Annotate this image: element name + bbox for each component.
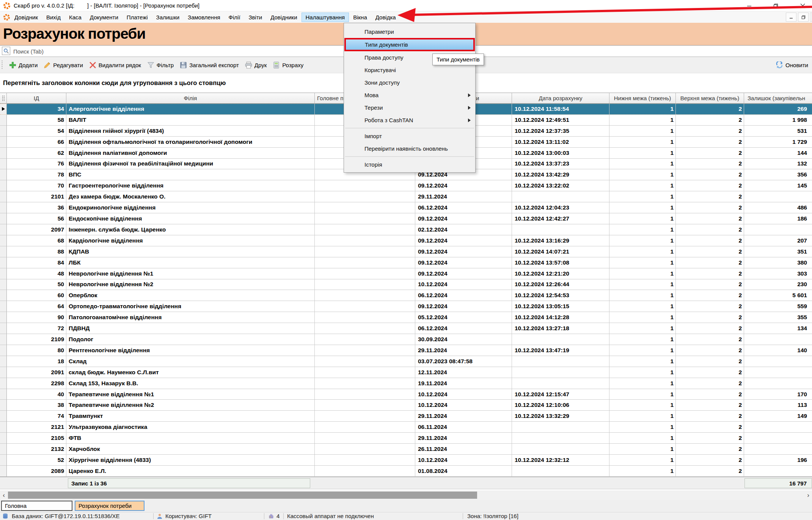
table-row[interactable]: 52Хірургічне відділення (4833)10.12.2024… <box>0 455 812 466</box>
menubar-item[interactable]: Довідка <box>371 13 400 22</box>
scroll-right-icon[interactable]: › <box>804 490 812 500</box>
cell <box>0 312 7 323</box>
cell: 2298 <box>7 378 66 389</box>
tab-rozrakhunok-potreby[interactable]: Розрахунок потреби <box>75 501 144 511</box>
menu-item[interactable]: Робота з CashTAN <box>344 114 475 126</box>
cell <box>315 224 415 235</box>
menubar-item[interactable]: Довідник <box>10 13 42 22</box>
cell: 2 <box>676 323 744 334</box>
table-row[interactable]: 2091склад бюдж. Науменко С.Л.вит12.11.20… <box>0 367 812 378</box>
column-header[interactable]: Дата розрахунку <box>512 93 609 104</box>
cell: 10.12.2024 12:10:06 <box>512 400 609 411</box>
column-header[interactable]: Філія <box>66 93 315 104</box>
table-row[interactable]: 38Терапевтичне віділлення №210.12.202410… <box>0 400 812 411</box>
scroll-left-icon[interactable]: ‹ <box>0 490 8 500</box>
cell: 1 <box>609 356 676 367</box>
table-row[interactable]: 80Рентгенологічне відділення29.11.202410… <box>0 345 812 356</box>
toolbar-grip-handle[interactable] <box>1 60 3 70</box>
table-row[interactable]: 60Оперблок06.12.202410.12.2024 12:54:531… <box>0 290 812 301</box>
delete-row-button[interactable]: Видалити рядок <box>89 61 141 69</box>
menu-item[interactable]: Параметри <box>344 25 475 38</box>
export-button[interactable]: Загальний експорт <box>180 61 239 69</box>
table-row[interactable]: 70Гастроентерологічне відділення09.12.20… <box>0 180 812 191</box>
cell: Хірургічне відділення (4833) <box>66 455 315 466</box>
refresh-button[interactable]: Оновити <box>776 61 808 69</box>
menubar-item[interactable]: Замовлення <box>184 13 224 22</box>
table-row[interactable]: 90Патологоанатомічне відділення05.12.202… <box>0 312 812 323</box>
edit-button[interactable]: Редагувати <box>44 61 83 69</box>
mdi-restore-button[interactable] <box>798 13 809 22</box>
menubar-item[interactable]: Вікна <box>349 13 371 22</box>
cell: 10.12.2024 13:05:15 <box>512 301 609 312</box>
menubar-item[interactable]: Налаштування <box>302 13 349 22</box>
cell <box>0 148 7 159</box>
menu-item[interactable]: Зони доступу <box>344 76 475 89</box>
table-row[interactable]: 2097Інженерн. служба бюдж. Царенко02.12.… <box>0 224 812 235</box>
menubar-item[interactable]: Платежі <box>123 13 152 22</box>
cell: Рентгенологічне відділення <box>66 345 315 356</box>
horizontal-scrollbar[interactable]: ‹ › <box>0 490 812 500</box>
menubar-item[interactable]: Філії <box>225 13 245 22</box>
table-row[interactable]: 36Ендокринологічне відділення06.12.20241… <box>0 202 812 213</box>
menu-item[interactable]: Перевірити наявність оновлень <box>344 142 475 155</box>
menubar-item[interactable]: Документи <box>86 13 123 22</box>
menu-item[interactable]: Терези <box>344 101 475 114</box>
table-row[interactable]: 2105ФТВ29.11.202412 <box>0 433 812 444</box>
add-button[interactable]: Додати <box>9 61 38 69</box>
menubar-item[interactable]: Вихід <box>42 13 65 22</box>
tab-holovna[interactable]: Головна <box>1 501 72 511</box>
cell: 1 <box>609 422 676 433</box>
calculate-button[interactable]: Розраху <box>273 61 303 69</box>
scrollbar-thumb[interactable] <box>8 492 477 499</box>
table-row[interactable]: 68Кардіологічне відділення09.12.202410.1… <box>0 235 812 246</box>
table-row[interactable]: 2109Подолог30.09.202412 <box>0 334 812 345</box>
filter-button[interactable]: Фільтр <box>147 61 174 69</box>
table-row[interactable]: 48Неврологічне відділення №109.12.202410… <box>0 268 812 279</box>
menu-item[interactable]: Імпорт <box>344 130 475 142</box>
table-row[interactable]: 64Ортопедо-травматологічне відділення09.… <box>0 301 812 312</box>
table-row[interactable]: 50Неврологічне відділення №210.12.202410… <box>0 279 812 290</box>
menu-item[interactable]: Типи документів <box>344 38 475 51</box>
table-row[interactable]: 2101Дез камера бюдж. Москаленко О.29.11.… <box>0 191 812 202</box>
table-row[interactable]: 88КДПАВ09.12.202410.12.2024 14:07:211235… <box>0 246 812 257</box>
table-row[interactable]: 56Ендоскопічне відділення09.12.202410.12… <box>0 213 812 224</box>
table-row[interactable]: 74Травмпункт29.11.202410.12.2024 13:32:2… <box>0 411 812 422</box>
restore-button[interactable] <box>766 0 785 11</box>
column-header[interactable]: Верхня межа (тижень) <box>676 93 744 104</box>
table-row[interactable]: 40Терапевтичне відділення №110.12.202410… <box>0 389 812 400</box>
menubar-item[interactable]: Каса <box>65 13 86 22</box>
red-cross-icon <box>89 61 96 69</box>
cell <box>315 191 415 202</box>
menu-item[interactable]: Історія <box>344 158 475 171</box>
cell <box>315 323 415 334</box>
table-row[interactable]: 2132Харчоблок26.11.202412 <box>0 444 812 455</box>
column-header[interactable] <box>0 93 7 104</box>
search-input[interactable] <box>13 46 355 57</box>
menu-item[interactable]: Мова <box>344 89 475 101</box>
cell: Оперблок <box>66 290 315 301</box>
mdi-close-button-clipped[interactable] <box>810 13 812 22</box>
close-button[interactable] <box>793 0 812 11</box>
mdi-minimize-button[interactable] <box>786 13 796 22</box>
cell: 144 <box>744 148 812 159</box>
menubar-item[interactable]: Звіти <box>245 13 267 22</box>
column-header[interactable]: Залишок (закупівельн <box>744 93 812 104</box>
table-row[interactable]: 18Склад03.07.2023 08:47:5812 <box>0 356 812 367</box>
table-row[interactable]: 2089Царенко Е.Л.01.08.202412 <box>0 466 812 477</box>
table-row[interactable]: 2121Ультразвукова діагностика06.11.20241… <box>0 422 812 433</box>
column-header[interactable]: ІД <box>7 93 66 104</box>
print-button[interactable]: Друк <box>245 61 267 69</box>
plus-icon <box>9 61 16 69</box>
cell <box>0 411 7 422</box>
cell: 54 <box>7 126 66 137</box>
menubar-item[interactable]: Залишки <box>152 13 184 22</box>
table-row[interactable]: 72ПДВНД06.12.202410.12.2024 13:27:181213… <box>0 323 812 334</box>
menubar-item[interactable]: Довідники <box>266 13 301 22</box>
status-separator <box>283 513 284 519</box>
menu-item[interactable]: Користувачі <box>344 64 475 76</box>
minimize-button[interactable] <box>740 0 759 11</box>
cell: 74 <box>7 411 66 422</box>
table-row[interactable]: 84ЛБК09.12.202410.12.2024 13:57:0812380 <box>0 257 812 268</box>
column-header[interactable]: Нижня межа (тижень) <box>609 93 676 104</box>
table-row[interactable]: 2298Склад 153, Назарук В.В.19.11.202412 <box>0 378 812 389</box>
